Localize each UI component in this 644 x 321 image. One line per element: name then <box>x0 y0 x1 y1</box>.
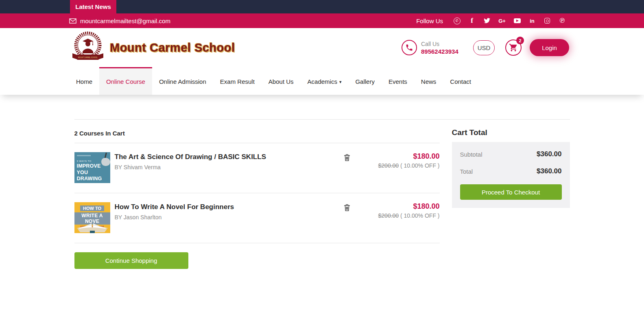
latest-news-tab[interactable]: Latest News <box>70 0 116 13</box>
svg-text:MOUNT CARMEL SCHOOL: MOUNT CARMEL SCHOOL <box>78 56 98 59</box>
brand-logo[interactable]: MOUNT CARMEL SCHOOL Mount Carmel School <box>69 31 235 65</box>
pinterest-icon[interactable]: ℗ <box>559 17 566 24</box>
open-book-graphic <box>74 223 110 233</box>
site-title: Mount Carmel School <box>110 41 235 55</box>
nav-item-about-us[interactable]: About Us <box>262 67 301 95</box>
course-author: BY Shivam Verma <box>115 164 344 170</box>
school-emblem-icon: MOUNT CARMEL SCHOOL <box>69 31 107 65</box>
item-discount: ( 10.00% OFF ) <box>400 212 439 219</box>
item-discount: ( 10.00% OFF ) <box>400 162 439 169</box>
youtube-icon[interactable] <box>513 17 521 24</box>
cart-item-row: 3 WAYS TO IMPROVE YOU DRAWING SKI The Ar… <box>74 143 440 193</box>
cart-total-column: Cart Total Subtotal $360.00 Total $360.0… <box>452 120 570 269</box>
item-price: $180.00 <box>367 202 440 211</box>
nav-item-gallery[interactable]: Gallery <box>348 67 382 95</box>
email-link[interactable]: mountcarmelmailtest@gmail.com <box>69 17 170 24</box>
cart-total-panel: Subtotal $360.00 Total $360.00 Proceed T… <box>452 142 570 208</box>
remove-item-button[interactable] <box>344 204 350 212</box>
cart-count-badge: 2 <box>516 37 524 44</box>
cart-items-column: 2 Courses In Cart 3 WAYS TO IMPROVE YOU … <box>74 120 440 269</box>
cart-button[interactable]: 2 <box>505 39 522 56</box>
subtotal-row: Subtotal $360.00 <box>460 150 562 158</box>
twitter-icon[interactable] <box>483 17 491 24</box>
item-original-price: $200.00 <box>378 162 399 169</box>
instagram-icon[interactable] <box>544 17 551 24</box>
phone-icon <box>402 40 417 55</box>
chevron-down-icon: ▾ <box>339 79 342 85</box>
nav-item-home[interactable]: Home <box>69 67 99 95</box>
total-row: Total $360.00 <box>460 167 562 175</box>
trash-icon <box>344 204 350 211</box>
site-header: MOUNT CARMEL SCHOOL Mount Carmel School … <box>0 28 644 67</box>
total-value: $360.00 <box>537 167 561 175</box>
phone-number[interactable]: 89562423934 <box>421 48 460 55</box>
social-bar: mountcarmelmailtest@gmail.com Follow Us … <box>0 13 644 28</box>
login-button[interactable]: Login <box>530 39 569 56</box>
nav-item-events[interactable]: Events <box>382 67 414 95</box>
nav-item-online-course[interactable]: Online Course <box>99 67 152 95</box>
course-thumbnail[interactable]: HOW TO WRITE A NOVE STEP BY STEP FOR BEG… <box>74 202 110 233</box>
email-text: mountcarmelmailtest@gmail.com <box>80 17 170 24</box>
nav-item-contact[interactable]: Contact <box>443 67 478 95</box>
course-title[interactable]: The Art & Science Of Drawing / BASIC SKI… <box>115 153 344 161</box>
item-price: $180.00 <box>367 152 440 161</box>
remove-item-button[interactable] <box>344 154 350 162</box>
facebook-icon[interactable]: f <box>468 17 476 24</box>
whatsapp-icon[interactable]: ✆ <box>453 17 461 24</box>
top-bar: Latest News <box>0 0 644 13</box>
trash-icon <box>344 154 350 161</box>
course-title[interactable]: How To Write A Novel For Beginners <box>115 203 344 211</box>
google-plus-icon[interactable]: G+ <box>498 17 506 24</box>
nav-item-news[interactable]: News <box>414 67 443 95</box>
cart-total-heading: Cart Total <box>452 120 570 142</box>
page-content: 2 Courses In Cart 3 WAYS TO IMPROVE YOU … <box>0 95 644 269</box>
cart-item-row: HOW TO WRITE A NOVE STEP BY STEP FOR BEG… <box>74 193 440 243</box>
hand-graphic <box>101 158 110 166</box>
subtotal-value: $360.00 <box>537 150 561 158</box>
nav-item-exam-result[interactable]: Exam Result <box>213 67 262 95</box>
envelope-icon <box>69 17 76 24</box>
cart-items-heading: 2 Courses In Cart <box>74 120 440 143</box>
call-us-label: Call Us <box>421 41 460 47</box>
header-actions: Call Us 89562423934 USD 2 Login <box>402 39 569 56</box>
total-label: Total <box>460 168 473 175</box>
cart-container: 2 Courses In Cart 3 WAYS TO IMPROVE YOU … <box>74 119 570 269</box>
continue-shopping-button[interactable]: Continue Shopping <box>74 252 188 269</box>
call-us-block: Call Us 89562423934 <box>421 41 460 55</box>
subtotal-label: Subtotal <box>460 151 482 158</box>
main-nav: Home Online Course Online Admission Exam… <box>0 67 644 95</box>
course-thumbnail[interactable]: 3 WAYS TO IMPROVE YOU DRAWING SKI <box>74 152 110 183</box>
item-original-price: $200.00 <box>378 212 399 219</box>
follow-us-label: Follow Us <box>416 17 443 24</box>
social-links: Follow Us ✆ f G+ in ℗ <box>416 17 566 24</box>
proceed-to-checkout-button[interactable]: Proceed To Checkout <box>460 184 562 200</box>
nav-item-online-admission[interactable]: Online Admission <box>152 67 213 95</box>
currency-selector[interactable]: USD <box>473 40 495 55</box>
nav-item-academics[interactable]: Academics ▾ <box>301 67 349 95</box>
linkedin-icon[interactable]: in <box>528 17 536 24</box>
course-author: BY Jason Sharlton <box>115 214 344 221</box>
